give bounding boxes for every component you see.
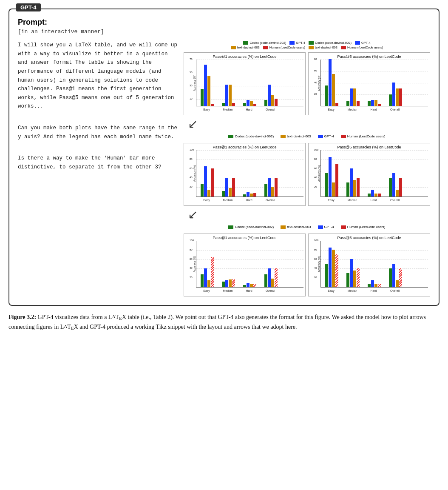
bar <box>225 280 228 287</box>
x-label-overall: Overall <box>390 108 400 111</box>
bar <box>325 173 328 197</box>
bar <box>396 190 399 197</box>
caption-label: Figure 3.2: <box>9 314 36 320</box>
bar <box>243 103 246 106</box>
legend-row3: Codex (code-davinci-002) text-davinci-00… <box>184 225 430 229</box>
chart-section-2: Pass@1 accuracies (%) on LeetCode Accura… <box>184 143 430 222</box>
bar <box>389 178 392 197</box>
prompt-subtext: [in an interactive manner] <box>18 28 430 35</box>
bar <box>332 182 335 197</box>
bar <box>271 279 274 287</box>
bar <box>229 85 232 106</box>
bar <box>374 100 377 106</box>
x-label-hard: Hard <box>246 108 252 111</box>
bar <box>264 100 267 106</box>
bar <box>207 280 210 287</box>
user-msg2: Is there a way to make the 'Human' bar m… <box>18 154 179 171</box>
bar <box>229 188 232 197</box>
bar <box>335 103 338 106</box>
chart-section-1: Codex (code-davinci-002) GPT-4 Codex (co… <box>184 41 430 131</box>
x-label-overall: Overall <box>266 199 275 202</box>
y-label: Accuracy (%) <box>193 256 196 272</box>
bar <box>368 284 371 287</box>
user-msg1: Can you make both plots have the same ra… <box>18 124 179 141</box>
bar <box>232 103 235 106</box>
bar <box>247 283 250 287</box>
legend-human-2: Human (LeetCode users) <box>341 46 383 49</box>
legend-text-2: text-davinci-003 <box>309 46 337 49</box>
legend-gpt4-r3: GPT-4 <box>318 225 334 229</box>
legend-codex-1: Codex (code-davinci-002) <box>243 41 286 45</box>
x-label-easy: Easy <box>328 199 335 202</box>
bar-hatched-human <box>378 284 381 287</box>
legend-gpt4-1: GPT-4 <box>289 41 305 45</box>
legend-text-r2: text-davinci-003 <box>281 134 311 138</box>
x-label-easy: Easy <box>328 289 335 292</box>
figure-caption: Figure 3.2: GPT-4 visualizes data from a… <box>9 313 439 332</box>
chart-pass5-row2: Pass@5 accuracies (%) on LeetCode Accura… <box>308 143 430 206</box>
bar <box>264 184 267 197</box>
bar <box>392 83 395 106</box>
bar <box>332 250 335 287</box>
bar <box>253 193 256 197</box>
bar <box>399 88 402 106</box>
x-label-easy: Easy <box>203 108 210 111</box>
bar <box>204 166 207 197</box>
bar <box>247 100 250 106</box>
legend-text-r3: text-davinci-003 <box>281 225 311 229</box>
y-label: Accuracy (%) <box>318 74 320 91</box>
bar <box>271 95 274 106</box>
bar <box>350 88 353 106</box>
bar <box>207 76 210 106</box>
bar <box>204 268 207 287</box>
legend-gpt4-2: GPT-4 <box>355 41 371 45</box>
bar-hatched-human <box>211 257 214 287</box>
bar <box>268 178 271 197</box>
chart-pass1-row3: Pass@1 accuracies (%) on LeetCode Accura… <box>184 234 306 296</box>
bar <box>350 168 353 197</box>
bar <box>325 85 328 106</box>
x-label-overall: Overall <box>390 199 400 202</box>
bar <box>396 88 399 106</box>
bar <box>207 190 210 197</box>
bar <box>325 264 328 287</box>
bar <box>243 285 246 287</box>
bar <box>229 279 232 287</box>
legend-gpt4-r2: GPT-4 <box>318 134 334 138</box>
y-label-1: Accuracy (%) <box>193 74 196 91</box>
bar <box>271 187 274 197</box>
x-label-median: Median <box>348 199 357 202</box>
bar-hatched-human <box>357 268 360 287</box>
bar <box>329 248 332 287</box>
bar <box>389 268 392 287</box>
chart-row-3: Pass@1 accuracies (%) on LeetCode Accura… <box>184 234 430 296</box>
bar <box>250 284 253 287</box>
bar <box>268 85 271 106</box>
bar <box>346 273 349 287</box>
chart-title-pass5-r3: Pass@5 accuracies (%) on LeetCode <box>310 236 428 240</box>
right-panel: Codex (code-davinci-002) GPT-4 Codex (co… <box>184 41 430 296</box>
figure-box: GPT-4 Prompt: [in an interactive manner]… <box>9 9 439 306</box>
bar <box>247 192 250 197</box>
bar <box>264 274 267 287</box>
chart-pass1-row2: Pass@1 accuracies (%) on LeetCode Accura… <box>184 143 306 206</box>
bar <box>201 184 204 197</box>
bar <box>204 65 207 106</box>
bar <box>222 282 225 287</box>
x-label-median: Median <box>223 199 233 202</box>
bar <box>357 178 360 197</box>
legend-codex-2: Codex (code-davinci-002) <box>309 41 352 45</box>
bar <box>222 191 225 197</box>
chart-title-pass5-r1: Pass@5 accuracies (%) on LeetCode <box>310 54 428 59</box>
bar <box>389 94 392 106</box>
bar <box>243 194 246 197</box>
bar <box>374 284 377 287</box>
bar <box>275 99 278 106</box>
bar <box>201 274 204 287</box>
bar <box>353 88 356 106</box>
x-label-easy: Easy <box>328 108 335 111</box>
bar <box>353 180 356 197</box>
bar <box>225 178 228 197</box>
bar <box>392 173 395 197</box>
chart-pass1-row1: Pass@1 accuracies (%) on LeetCode Accura… <box>184 52 306 115</box>
